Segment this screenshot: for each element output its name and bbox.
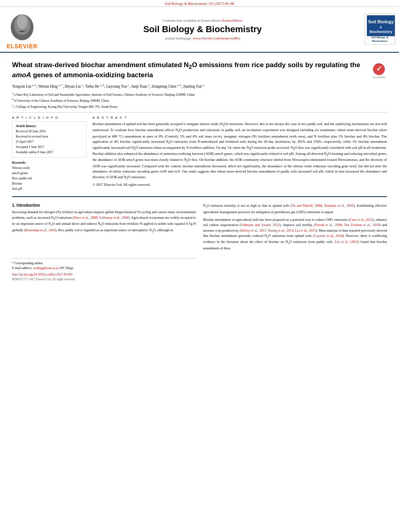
ref-bouwman-2010[interactable]: Bouwman et al., 2010 [25, 228, 56, 232]
elsevier-logo: ELSEVIER [4, 9, 40, 49]
ref-duce-2008[interactable]: Duce et al., 2008 [74, 216, 97, 220]
affiliation-c: c c College of Engineering, Kyung Hee Un… [12, 103, 387, 109]
intro-col-right: N2O emission intensity is not as high as… [203, 203, 387, 281]
article-info-heading: A R T I C L E I N F O [12, 116, 86, 119]
crossmark-icon: ✓ [372, 63, 385, 76]
intro-text-left: Increasing demand for nitrogen (N) ferti… [12, 210, 196, 234]
ref-liu-2013[interactable]: Liu et al., 2013 [295, 228, 316, 232]
intro-text-right: N2O emission intensity is not as high as… [203, 203, 387, 251]
svg-rect-4 [20, 31, 25, 32]
ref-case-2012[interactable]: Case et al., 2012 [350, 218, 372, 222]
received-revised-label: Received in revised form [16, 134, 83, 140]
divider-2 [12, 196, 387, 197]
divider-1 [12, 112, 387, 113]
doi-line: http://dx.doi.org/10.1016/j.soilbio.2017… [12, 273, 196, 276]
right-column: A B S T R A C T Biochar amendment of upl… [93, 116, 387, 191]
svg-text:✓: ✓ [376, 65, 382, 73]
journal-center-info: Contents lists available at ScienceDirec… [44, 18, 361, 40]
elsevier-tree-icon [4, 9, 40, 43]
footnote-email-line: E-mail address: wxding@issas.ac.cn (W. D… [12, 266, 196, 271]
journal-title: Soil Biology & Biochemistry [44, 24, 361, 35]
abstract-paragraph: Biochar amendment of upland soil has bee… [93, 121, 387, 181]
journal-header: ELSEVIER Contents lists available at Sci… [0, 7, 399, 53]
svg-point-3 [17, 15, 27, 29]
accepted-line: Accepted 1 June 2017 [16, 145, 83, 150]
keyword-rice-paddy: Rice paddy soil [12, 176, 86, 181]
homepage-line: journal homepage: www.elsevier.com/locat… [44, 36, 361, 40]
keyword-amoa: amoA genes [12, 171, 86, 176]
top-bar: Soil Biology & Biochemistry 113 (2017) 8… [0, 0, 399, 7]
svg-text:Biochemistry: Biochemistry [369, 30, 392, 34]
intro-para-3: Biochar amendment of agricultural soils … [203, 217, 387, 251]
journal-logo-image: Soil Biology & Biochemistry [367, 16, 395, 36]
homepage-link[interactable]: www.elsevier.com/locate/soilbio [193, 36, 240, 40]
sciencedirect-line: Contents lists available at ScienceDirec… [44, 18, 361, 23]
footnote-corresponding: * Corresponding author. [12, 261, 196, 266]
received-line: Received 29 June 2016 [16, 129, 83, 134]
intro-para-2: N2O emission intensity is not as high as… [203, 203, 387, 215]
copyright-line: 0038-0717/© 2017 Elsevier Ltd. All right… [12, 277, 196, 281]
article-title-text: Wheat straw-derived biochar amendment st… [12, 61, 367, 80]
article-info-abstract-section: A R T I C L E I N F O Article history: R… [12, 116, 387, 191]
article-main: Wheat straw-derived biochar amendment st… [0, 53, 399, 285]
ref-akiyama[interactable]: Akiyama et al., 2005 [324, 203, 354, 207]
affiliation-b: b b University of the Chinese Academy of… [12, 97, 387, 103]
ref-jeffery-2011[interactable]: Jeffery et al., 2011 [241, 228, 266, 232]
crossmark-section: ✓ CrossMark [371, 63, 387, 79]
abstract-heading: A B S T R A C T [93, 116, 387, 119]
article-history-label: Article history: [16, 124, 83, 128]
sciencedirect-link[interactable]: ScienceDirect [222, 18, 242, 23]
available-line: Available online 8 June 2017 [16, 150, 83, 155]
svg-text:&: & [380, 25, 382, 29]
intro-heading: 1. Introduction [12, 203, 196, 207]
ref-novak-2009[interactable]: Novak et al., 2009 [315, 223, 342, 227]
journal-logo-svg: Soil Biology & Biochemistry [367, 15, 395, 36]
footnote-email-link[interactable]: wxding@issas.ac.cn [33, 266, 59, 270]
journal-logo-box: Soil Biology & Biochemistry Soil Biology… [365, 14, 395, 45]
ref-huang-2013[interactable]: Huang et al., 2013 [268, 228, 293, 232]
intro-col-left: 1. Introduction Increasing demand for ni… [12, 203, 196, 281]
abstract-text: Biochar amendment of upland soil has bee… [93, 121, 387, 187]
crossmark-label: CrossMark [372, 76, 385, 79]
svg-text:Soil Biology: Soil Biology [368, 19, 394, 24]
footnote-area: * Corresponding author. E-mail address: … [12, 258, 196, 281]
journal-citation: Soil Biology & Biochemistry 113 (2017) 8… [165, 2, 234, 6]
abstract-copyright: © 2017 Elsevier Ltd. All rights reserved… [93, 182, 387, 188]
affiliation-a: a a State Key Laboratory of Soil and Sus… [12, 91, 387, 97]
article-info-box: Article history: Received 29 June 2016 R… [12, 121, 86, 158]
keyword-biochar: Biochar [12, 181, 86, 187]
affiliations: a a State Key Laboratory of Soil and Sus… [12, 91, 387, 109]
revised-date: 15 April 2017 [16, 140, 83, 145]
keywords-list: Nitrous oxide amoA genes Rice paddy soil… [12, 166, 86, 191]
ref-cayuela-2014[interactable]: Cayuela et al., 2014 [314, 234, 343, 238]
ref-van-zwieten[interactable]: Van Zwieten et al., 2010 [344, 223, 379, 227]
intro-two-col: 1. Introduction Increasing demand for ni… [12, 203, 387, 281]
ref-liu-2012[interactable]: Liu et al. (2012) [335, 240, 359, 244]
article-title-section: Wheat straw-derived biochar amendment st… [12, 61, 387, 80]
left-column: A R T I C L E I N F O Article history: R… [12, 116, 86, 191]
elsevier-text-label: ELSEVIER [6, 43, 37, 49]
keyword-nitrous-oxide: Nitrous oxide [12, 166, 86, 171]
ref-galloway-2008[interactable]: Galloway et al., 2008 [99, 216, 128, 220]
keyword-soil-ph: Soil pH [12, 187, 86, 192]
authors-line: Yongxin Lin a, b, Weixin Ding a, *, Deya… [12, 83, 387, 89]
intro-para-1: Increasing demand for nitrogen (N) ferti… [12, 210, 196, 234]
keywords-heading: Keywords: [12, 161, 86, 164]
keywords-box: Keywords: Nitrous oxide amoA genes Rice … [12, 161, 86, 191]
ref-yu-patrick[interactable]: Yu and Patrick, 2004 [292, 203, 321, 207]
journal-logo-title: Soil Biology & Biochemistry [367, 36, 393, 43]
introduction-section: 1. Introduction Increasing demand for ni… [12, 203, 387, 281]
doi-link[interactable]: http://dx.doi.org/10.1016/j.soilbio.2017… [12, 273, 72, 276]
ref-lehmann-joseph[interactable]: Lehmann and Joseph, 2012 [241, 223, 280, 227]
article-title: Wheat straw-derived biochar amendment st… [12, 61, 367, 80]
